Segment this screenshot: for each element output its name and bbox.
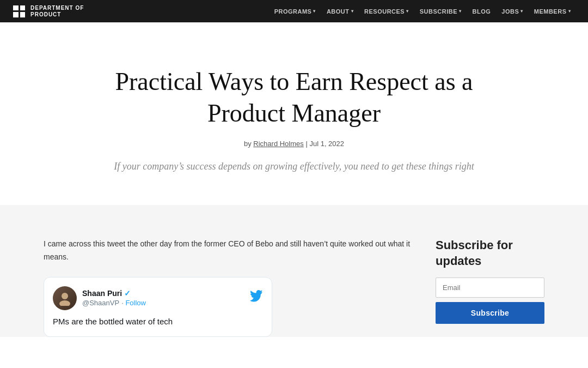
- tweet-user-info: Shaan Puri ✓ @ShaanVP · Follow: [82, 289, 146, 307]
- subscribe-button[interactable]: Subscribe: [436, 302, 544, 324]
- sidebar: Subscribe for updates Subscribe: [436, 238, 544, 337]
- logo-icon: [13, 5, 25, 17]
- chevron-down-icon: ▾: [568, 9, 571, 14]
- nav-menu: PROGRAMS ▾ ABOUT ▾ RESOURCES ▾ SUBSCRIBE…: [270, 6, 575, 17]
- publish-date: Jul 1, 2022: [309, 140, 344, 148]
- intro-paragraph: I came across this tweet the other day f…: [44, 238, 414, 264]
- nav-item-members[interactable]: MEMBERS ▾: [530, 6, 575, 17]
- nav-item-jobs[interactable]: JOBS ▾: [497, 6, 527, 17]
- twitter-icon: [250, 290, 263, 306]
- chevron-down-icon: ▾: [313, 9, 316, 14]
- tweet-card: Shaan Puri ✓ @ShaanVP · Follow: [44, 277, 272, 337]
- chevron-down-icon: ▾: [459, 9, 462, 14]
- tweet-body: PMs are the bottled water of tech: [53, 316, 263, 328]
- svg-point-1: [59, 300, 70, 306]
- svg-point-0: [62, 293, 68, 299]
- content-section: I came across this tweet the other day f…: [0, 205, 588, 337]
- author-link[interactable]: Richard Holmes: [253, 140, 303, 148]
- article-body: I came across this tweet the other day f…: [44, 238, 414, 337]
- nav-item-about[interactable]: ABOUT ▾: [322, 6, 358, 17]
- nav-item-subscribe[interactable]: SUBSCRIBE ▾: [415, 6, 466, 17]
- chevron-down-icon: ▾: [520, 9, 523, 14]
- tweet-header: Shaan Puri ✓ @ShaanVP · Follow: [53, 286, 263, 310]
- tweet-user: Shaan Puri ✓ @ShaanVP · Follow: [53, 286, 146, 310]
- tweet-handle: @ShaanVP: [82, 299, 119, 307]
- subscribe-heading: Subscribe for updates: [436, 238, 544, 269]
- nav-item-resources[interactable]: RESOURCES ▾: [360, 6, 413, 17]
- email-input[interactable]: [436, 277, 544, 298]
- avatar: [53, 286, 77, 310]
- chevron-down-icon: ▾: [406, 9, 409, 14]
- article-subtitle: If your company’s success depends on gro…: [109, 161, 479, 172]
- nav-item-programs[interactable]: PROGRAMS ▾: [270, 6, 320, 17]
- tweet-author-name: Shaan Puri: [82, 289, 122, 298]
- follow-link[interactable]: Follow: [125, 299, 146, 307]
- nav-item-blog[interactable]: BLOG: [468, 6, 495, 17]
- chevron-down-icon: ▾: [351, 9, 354, 14]
- verified-icon: ✓: [124, 289, 131, 298]
- site-logo[interactable]: DEPARTMENT OF PRODUCT: [13, 5, 84, 18]
- article-title: Practical Ways to Earn Respect as a Prod…: [109, 66, 479, 129]
- navigation: DEPARTMENT OF PRODUCT PROGRAMS ▾ ABOUT ▾…: [0, 0, 588, 22]
- logo-text: DEPARTMENT OF PRODUCT: [30, 5, 84, 18]
- hero-section: Practical Ways to Earn Respect as a Prod…: [0, 22, 588, 205]
- article-meta: by Richard Holmes | Jul 1, 2022: [109, 140, 479, 148]
